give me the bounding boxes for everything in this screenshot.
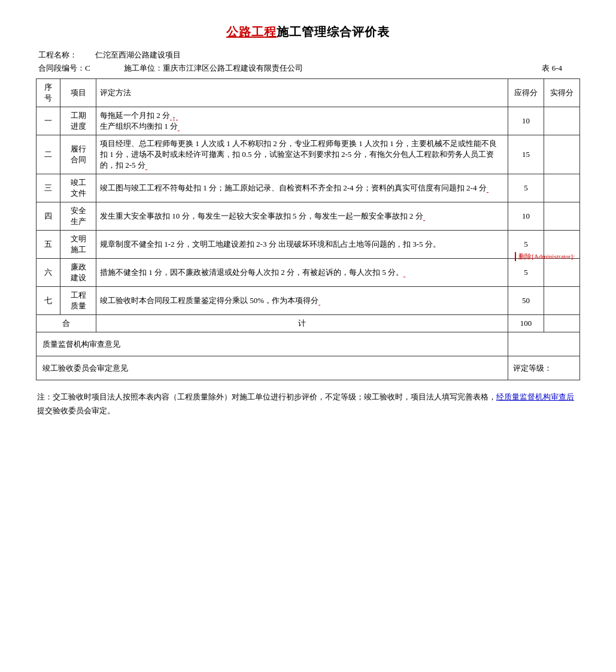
- item-4: 安全生产: [60, 202, 96, 231]
- method-1: 每拖延一个月扣 2 分， 生产组织不均衡扣 1 分: [96, 107, 508, 135]
- item-3: 竣工文件: [60, 174, 96, 202]
- should-1: 10: [508, 107, 544, 135]
- method-6: 措施不健全扣 1 分，因不廉政被清退或处分每人次扣 2 分，有被起诉的，每人次扣…: [96, 259, 508, 287]
- should-3: 5: [508, 174, 544, 202]
- should-6: 5: [508, 259, 544, 287]
- verdict-row: 竣工验收委员会审定意见 评定等级：: [37, 356, 580, 380]
- actual-6: [544, 259, 580, 287]
- table-row: 四 安全生产 发生重大安全事故扣 10 分，每发生一起较大安全事故扣 5 分，每…: [37, 202, 580, 231]
- table-row: 五 文明施工 规章制度不健全扣 1-2 分，文明工地建设差扣 2-3 分 出现破…: [37, 231, 580, 259]
- title-prefix: 公路工程: [226, 25, 277, 38]
- note-text1: 注：交工验收时项目法人按照本表内容（工程质量除外）对施工单位进行初步评价，不定等…: [37, 392, 496, 401]
- method-2: 项目经理、总工程师每更换 1 人次或 1 人不称职扣 2 分，专业工程师每更换 …: [96, 135, 508, 174]
- total-row: 合 计 100: [37, 315, 580, 332]
- header-actual: 实得分: [544, 79, 580, 107]
- actual-3: [544, 174, 580, 202]
- note-link: 经质量监督机构审查后: [496, 392, 574, 401]
- note-text2: 提交验收委员会审定。: [37, 406, 115, 415]
- verdict-label: 竣工验收委员会审定意见: [37, 356, 508, 380]
- actual-1: [544, 107, 580, 135]
- meta-contract: 合同段编号：C 施工单位：重庆市江津区公路工程建设有限责任公司 表 6-4: [36, 63, 580, 74]
- seq-5: 五: [37, 231, 60, 259]
- total-label-right: 计: [96, 315, 508, 332]
- review-content: [508, 332, 580, 356]
- table-number: 表 6-4: [542, 63, 562, 74]
- header-seq: 序号: [37, 79, 60, 107]
- deleted-comment: 删除[Administrator]: ；: [515, 252, 583, 261]
- seq-7: 七: [37, 287, 60, 315]
- meta-project: 工程名称：仁沱至西湖公路建设项目: [36, 50, 580, 60]
- total-should: 100: [508, 315, 544, 332]
- seq-1: 一: [37, 107, 60, 135]
- evaluation-table: 序号 项目 评定方法 应得分 实得分 一 工期进度 每拖延一个月扣 2 分， 生…: [36, 78, 580, 380]
- method-5: 规章制度不健全扣 1-2 分，文明工地建设差扣 2-3 分 出现破坏环境和乱占土…: [96, 231, 508, 259]
- project-name-value: 仁沱至西湖公路建设项目: [95, 50, 181, 59]
- rating-label: 评定等级：: [508, 356, 580, 380]
- should-2: 15: [508, 135, 544, 174]
- main-table-container: 序号 项目 评定方法 应得分 实得分 一 工期进度 每拖延一个月扣 2 分， 生…: [36, 78, 580, 380]
- total-actual: [544, 315, 580, 332]
- table-row: 三 竣工文件 竣工图与竣工工程不符每处扣 1 分；施工原始记录、自检资料不齐全扣…: [37, 174, 580, 202]
- item-1: 工期进度: [60, 107, 96, 135]
- item-2: 履行合同: [60, 135, 96, 174]
- contract-label: 合同段编号：C 施工单位：重庆市江津区公路工程建设有限责任公司: [38, 63, 321, 74]
- should-4: 10: [508, 202, 544, 231]
- item-6: 廉政建设: [60, 259, 96, 287]
- review-row: 质量监督机构审查意见: [37, 332, 580, 356]
- method-3: 竣工图与竣工工程不符每处扣 1 分；施工原始记录、自检资料不齐全扣 2-4 分；…: [96, 174, 508, 202]
- seq-6: 六: [37, 259, 60, 287]
- actual-4: [544, 202, 580, 231]
- table-row: 六 廉政建设 措施不健全扣 1 分，因不廉政被清退或处分每人次扣 2 分，有被起…: [37, 259, 580, 287]
- header-should: 应得分: [508, 79, 544, 107]
- item-5: 文明施工: [60, 231, 96, 259]
- method-4: 发生重大安全事故扣 10 分，每发生一起较大安全事故扣 5 分，每发生一起一般安…: [96, 202, 508, 231]
- table-header-row: 序号 项目 评定方法 应得分 实得分: [37, 79, 580, 107]
- method-7: 竣工验收时本合同段工程质量鉴定得分乘以 50%，作为本项得分: [96, 287, 508, 315]
- table-row: 七 工程质量 竣工验收时本合同段工程质量鉴定得分乘以 50%，作为本项得分 50: [37, 287, 580, 315]
- seq-3: 三: [37, 174, 60, 202]
- page-title: 公路工程施工管理综合评价表: [36, 24, 580, 40]
- table-row: 二 履行合同 项目经理、总工程师每更换 1 人次或 1 人不称职扣 2 分，专业…: [37, 135, 580, 174]
- seq-2: 二: [37, 135, 60, 174]
- actual-2: [544, 135, 580, 174]
- item-7: 工程质量: [60, 287, 96, 315]
- header-method: 评定方法: [96, 79, 508, 107]
- table-row: 一 工期进度 每拖延一个月扣 2 分， 生产组织不均衡扣 1 分 10: [37, 107, 580, 135]
- seq-4: 四: [37, 202, 60, 231]
- actual-7: [544, 287, 580, 315]
- title-suffix: 施工管理综合评价表: [277, 25, 390, 38]
- should-7: 50: [508, 287, 544, 315]
- project-name-label: 工程名称：: [38, 50, 77, 59]
- total-label-left: 合: [37, 315, 96, 332]
- header-item: 项目: [60, 79, 96, 107]
- note-section: 注：交工验收时项目法人按照本表内容（工程质量除外）对施工单位进行初步评价，不定等…: [36, 390, 580, 418]
- review-label: 质量监督机构审查意见: [37, 332, 508, 356]
